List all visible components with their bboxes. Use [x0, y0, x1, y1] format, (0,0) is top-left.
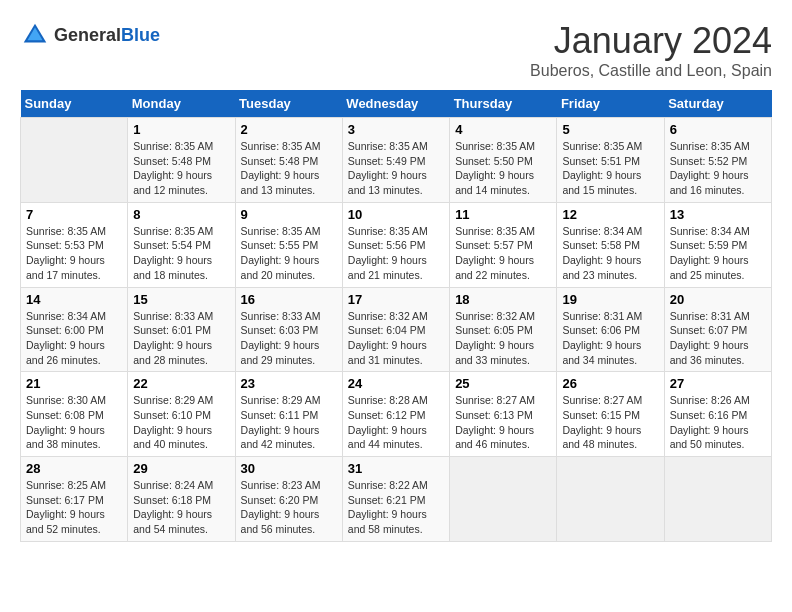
subtitle: Buberos, Castille and Leon, Spain — [530, 62, 772, 80]
calendar-week-row: 7 Sunrise: 8:35 AMSunset: 5:53 PMDayligh… — [21, 202, 772, 287]
day-info: Sunrise: 8:35 AMSunset: 5:49 PMDaylight:… — [348, 139, 444, 198]
day-info: Sunrise: 8:35 AMSunset: 5:48 PMDaylight:… — [241, 139, 337, 198]
day-number: 13 — [670, 207, 766, 222]
day-number: 29 — [133, 461, 229, 476]
day-info: Sunrise: 8:31 AMSunset: 6:07 PMDaylight:… — [670, 309, 766, 368]
day-number: 7 — [26, 207, 122, 222]
day-number: 8 — [133, 207, 229, 222]
day-info: Sunrise: 8:34 AMSunset: 6:00 PMDaylight:… — [26, 309, 122, 368]
page-header: GeneralBlue January 2024 Buberos, Castil… — [20, 20, 772, 80]
calendar-cell: 3 Sunrise: 8:35 AMSunset: 5:49 PMDayligh… — [342, 118, 449, 203]
calendar-cell: 8 Sunrise: 8:35 AMSunset: 5:54 PMDayligh… — [128, 202, 235, 287]
day-info: Sunrise: 8:35 AMSunset: 5:51 PMDaylight:… — [562, 139, 658, 198]
day-info: Sunrise: 8:34 AMSunset: 5:58 PMDaylight:… — [562, 224, 658, 283]
day-info: Sunrise: 8:28 AMSunset: 6:12 PMDaylight:… — [348, 393, 444, 452]
day-number: 28 — [26, 461, 122, 476]
calendar-cell: 18 Sunrise: 8:32 AMSunset: 6:05 PMDaylig… — [450, 287, 557, 372]
calendar-cell: 26 Sunrise: 8:27 AMSunset: 6:15 PMDaylig… — [557, 372, 664, 457]
day-number: 24 — [348, 376, 444, 391]
calendar-cell: 28 Sunrise: 8:25 AMSunset: 6:17 PMDaylig… — [21, 457, 128, 542]
calendar-cell: 27 Sunrise: 8:26 AMSunset: 6:16 PMDaylig… — [664, 372, 771, 457]
calendar-cell: 21 Sunrise: 8:30 AMSunset: 6:08 PMDaylig… — [21, 372, 128, 457]
day-info: Sunrise: 8:25 AMSunset: 6:17 PMDaylight:… — [26, 478, 122, 537]
day-info: Sunrise: 8:34 AMSunset: 5:59 PMDaylight:… — [670, 224, 766, 283]
calendar-cell: 14 Sunrise: 8:34 AMSunset: 6:00 PMDaylig… — [21, 287, 128, 372]
weekday-header-row: SundayMondayTuesdayWednesdayThursdayFrid… — [21, 90, 772, 118]
day-number: 3 — [348, 122, 444, 137]
calendar-cell: 24 Sunrise: 8:28 AMSunset: 6:12 PMDaylig… — [342, 372, 449, 457]
day-number: 22 — [133, 376, 229, 391]
day-number: 23 — [241, 376, 337, 391]
day-info: Sunrise: 8:33 AMSunset: 6:03 PMDaylight:… — [241, 309, 337, 368]
day-info: Sunrise: 8:23 AMSunset: 6:20 PMDaylight:… — [241, 478, 337, 537]
calendar-cell: 23 Sunrise: 8:29 AMSunset: 6:11 PMDaylig… — [235, 372, 342, 457]
day-info: Sunrise: 8:27 AMSunset: 6:13 PMDaylight:… — [455, 393, 551, 452]
calendar-week-row: 28 Sunrise: 8:25 AMSunset: 6:17 PMDaylig… — [21, 457, 772, 542]
day-info: Sunrise: 8:33 AMSunset: 6:01 PMDaylight:… — [133, 309, 229, 368]
calendar-cell: 25 Sunrise: 8:27 AMSunset: 6:13 PMDaylig… — [450, 372, 557, 457]
calendar-week-row: 1 Sunrise: 8:35 AMSunset: 5:48 PMDayligh… — [21, 118, 772, 203]
weekday-header: Wednesday — [342, 90, 449, 118]
day-number: 20 — [670, 292, 766, 307]
title-section: January 2024 Buberos, Castille and Leon,… — [530, 20, 772, 80]
calendar-cell — [450, 457, 557, 542]
day-number: 9 — [241, 207, 337, 222]
calendar-cell: 19 Sunrise: 8:31 AMSunset: 6:06 PMDaylig… — [557, 287, 664, 372]
calendar-cell: 30 Sunrise: 8:23 AMSunset: 6:20 PMDaylig… — [235, 457, 342, 542]
day-info: Sunrise: 8:30 AMSunset: 6:08 PMDaylight:… — [26, 393, 122, 452]
day-info: Sunrise: 8:24 AMSunset: 6:18 PMDaylight:… — [133, 478, 229, 537]
day-number: 21 — [26, 376, 122, 391]
weekday-header: Friday — [557, 90, 664, 118]
day-number: 17 — [348, 292, 444, 307]
calendar-cell: 15 Sunrise: 8:33 AMSunset: 6:01 PMDaylig… — [128, 287, 235, 372]
calendar-cell: 9 Sunrise: 8:35 AMSunset: 5:55 PMDayligh… — [235, 202, 342, 287]
day-info: Sunrise: 8:32 AMSunset: 6:04 PMDaylight:… — [348, 309, 444, 368]
day-number: 14 — [26, 292, 122, 307]
calendar-cell: 7 Sunrise: 8:35 AMSunset: 5:53 PMDayligh… — [21, 202, 128, 287]
calendar-cell — [664, 457, 771, 542]
main-title: January 2024 — [530, 20, 772, 62]
calendar-cell: 6 Sunrise: 8:35 AMSunset: 5:52 PMDayligh… — [664, 118, 771, 203]
calendar-cell: 22 Sunrise: 8:29 AMSunset: 6:10 PMDaylig… — [128, 372, 235, 457]
day-number: 31 — [348, 461, 444, 476]
day-number: 16 — [241, 292, 337, 307]
day-number: 10 — [348, 207, 444, 222]
day-info: Sunrise: 8:29 AMSunset: 6:11 PMDaylight:… — [241, 393, 337, 452]
day-number: 18 — [455, 292, 551, 307]
day-number: 25 — [455, 376, 551, 391]
calendar-cell: 12 Sunrise: 8:34 AMSunset: 5:58 PMDaylig… — [557, 202, 664, 287]
calendar-cell: 17 Sunrise: 8:32 AMSunset: 6:04 PMDaylig… — [342, 287, 449, 372]
logo: GeneralBlue — [20, 20, 160, 50]
calendar-cell: 10 Sunrise: 8:35 AMSunset: 5:56 PMDaylig… — [342, 202, 449, 287]
calendar-cell: 13 Sunrise: 8:34 AMSunset: 5:59 PMDaylig… — [664, 202, 771, 287]
weekday-header: Monday — [128, 90, 235, 118]
day-info: Sunrise: 8:35 AMSunset: 5:48 PMDaylight:… — [133, 139, 229, 198]
calendar-cell: 29 Sunrise: 8:24 AMSunset: 6:18 PMDaylig… — [128, 457, 235, 542]
calendar-cell: 16 Sunrise: 8:33 AMSunset: 6:03 PMDaylig… — [235, 287, 342, 372]
day-info: Sunrise: 8:32 AMSunset: 6:05 PMDaylight:… — [455, 309, 551, 368]
calendar-week-row: 21 Sunrise: 8:30 AMSunset: 6:08 PMDaylig… — [21, 372, 772, 457]
day-number: 4 — [455, 122, 551, 137]
calendar-cell: 11 Sunrise: 8:35 AMSunset: 5:57 PMDaylig… — [450, 202, 557, 287]
day-info: Sunrise: 8:35 AMSunset: 5:57 PMDaylight:… — [455, 224, 551, 283]
calendar-cell — [557, 457, 664, 542]
day-info: Sunrise: 8:26 AMSunset: 6:16 PMDaylight:… — [670, 393, 766, 452]
calendar-cell — [21, 118, 128, 203]
calendar-cell: 31 Sunrise: 8:22 AMSunset: 6:21 PMDaylig… — [342, 457, 449, 542]
day-number: 2 — [241, 122, 337, 137]
weekday-header: Thursday — [450, 90, 557, 118]
logo-general: General — [54, 25, 121, 45]
weekday-header: Sunday — [21, 90, 128, 118]
calendar-week-row: 14 Sunrise: 8:34 AMSunset: 6:00 PMDaylig… — [21, 287, 772, 372]
day-info: Sunrise: 8:22 AMSunset: 6:21 PMDaylight:… — [348, 478, 444, 537]
calendar-cell: 1 Sunrise: 8:35 AMSunset: 5:48 PMDayligh… — [128, 118, 235, 203]
day-number: 26 — [562, 376, 658, 391]
weekday-header: Saturday — [664, 90, 771, 118]
logo-text: GeneralBlue — [54, 25, 160, 46]
day-number: 30 — [241, 461, 337, 476]
day-number: 12 — [562, 207, 658, 222]
logo-blue: Blue — [121, 25, 160, 45]
day-info: Sunrise: 8:35 AMSunset: 5:53 PMDaylight:… — [26, 224, 122, 283]
day-number: 15 — [133, 292, 229, 307]
day-info: Sunrise: 8:27 AMSunset: 6:15 PMDaylight:… — [562, 393, 658, 452]
